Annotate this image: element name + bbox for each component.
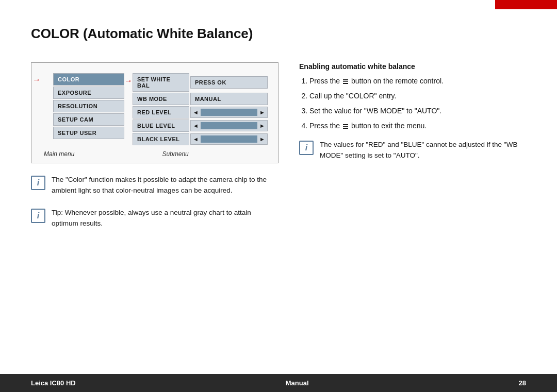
note-info-box: i The values for "RED" and "BLUE" cannot…	[299, 140, 526, 161]
hamburger-icon-2	[343, 124, 348, 129]
red-level-arrow-right[interactable]: ►	[259, 109, 265, 115]
menu-wrapper: → COLOR EXPOSURE RESOLUTION SETUP CAM SE…	[42, 73, 124, 139]
info-icon-2: i	[31, 209, 45, 223]
submenu-label-black-level: BLACK LEVEL	[133, 133, 189, 145]
blue-level-bar	[201, 122, 257, 129]
submenu-label-blue-level: BLUE LEVEL	[133, 120, 189, 132]
submenu-row-blue-level: BLUE LEVEL ◄ ►	[133, 120, 268, 132]
main-menu-label: Main menu	[44, 150, 74, 158]
hamburger-icon-1	[343, 79, 348, 84]
step-4: Press the button to exit the menu.	[309, 121, 526, 131]
footer-center: Manual	[286, 379, 309, 387]
top-accent-bar	[495, 0, 557, 9]
blue-level-arrow-right[interactable]: ►	[259, 123, 265, 129]
submenu-row-red-level: RED LEVEL ◄ ►	[133, 106, 268, 118]
info-box-2: i Tip: Whenever possible, always use a n…	[31, 208, 278, 229]
submenu-label-white-bal: SET WHITE BAL	[133, 73, 189, 92]
menu-item-setup-cam[interactable]: SETUP CAM	[53, 113, 124, 126]
right-column: Enabling automatic white balance Press t…	[299, 62, 526, 161]
submenu: → SET WHITE BAL PRESS OK WB MODE MANUAL	[124, 73, 268, 146]
info-text-2: Tip: Whenever possible, always use a neu…	[52, 208, 278, 229]
main-menu-arrow: →	[32, 75, 41, 84]
red-level-bar	[201, 109, 257, 116]
submenu-row-wb-mode: WB MODE MANUAL	[133, 93, 268, 105]
red-level-arrow-left[interactable]: ◄	[193, 109, 199, 115]
steps-list: Press the button on the remote control. …	[299, 76, 526, 131]
step-2: Call up the "COLOR" entry.	[309, 91, 526, 101]
footer-right: 28	[519, 379, 526, 387]
page-title: COLOR (Automatic White Balance)	[31, 26, 526, 42]
step-3: Set the value for "WB MODE" to "AUTO".	[309, 106, 526, 116]
black-level-bar	[201, 135, 257, 143]
menu-item-color[interactable]: COLOR	[53, 73, 124, 86]
menu-item-setup-user[interactable]: SETUP USER	[53, 127, 124, 139]
note-info-icon: i	[299, 141, 314, 155]
content-columns: → COLOR EXPOSURE RESOLUTION SETUP CAM SE…	[31, 62, 526, 229]
black-level-arrow-right[interactable]: ►	[259, 136, 265, 142]
submenu-label-wb-mode: WB MODE	[133, 93, 189, 105]
submenu-value-press-ok: PRESS OK	[190, 76, 268, 89]
black-level-arrow-left[interactable]: ◄	[193, 136, 199, 142]
submenu-label-text: Submenu	[162, 150, 188, 158]
submenu-value-manual: MANUAL	[190, 93, 268, 105]
instructions-title: Enabling automatic white balance	[299, 62, 526, 71]
info-box-1: i The "Color" function makes it possible…	[31, 175, 278, 196]
menu-item-exposure[interactable]: EXPOSURE	[53, 87, 124, 99]
left-column: → COLOR EXPOSURE RESOLUTION SETUP CAM SE…	[31, 62, 278, 229]
info-icon-1: i	[31, 176, 45, 190]
menu-mockup: → COLOR EXPOSURE RESOLUTION SETUP CAM SE…	[31, 62, 278, 163]
note-info-text: The values for "RED" and "BLUE" cannot b…	[320, 140, 526, 161]
step-1: Press the button on the remote control.	[309, 76, 526, 87]
menu-item-resolution[interactable]: RESOLUTION	[53, 100, 124, 112]
submenu-arrow: →	[124, 76, 133, 86]
submenu-row-black-level: BLACK LEVEL ◄ ►	[133, 133, 268, 145]
info-text-1: The "Color" function makes it possible t…	[52, 175, 278, 196]
main-menu: → COLOR EXPOSURE RESOLUTION SETUP CAM SE…	[42, 73, 124, 146]
submenu-row-white-bal: SET WHITE BAL PRESS OK	[133, 73, 268, 92]
submenu-label-red-level: RED LEVEL	[133, 106, 189, 118]
menu-labels: Main menu Submenu	[42, 150, 268, 158]
footer: Leica IC80 HD Manual 28	[0, 374, 557, 392]
footer-left: Leica IC80 HD	[31, 379, 76, 387]
main-content: COLOR (Automatic White Balance) → COLOR …	[0, 0, 557, 229]
blue-level-arrow-left[interactable]: ◄	[193, 123, 199, 129]
menu-inner: → COLOR EXPOSURE RESOLUTION SETUP CAM SE…	[42, 73, 268, 146]
